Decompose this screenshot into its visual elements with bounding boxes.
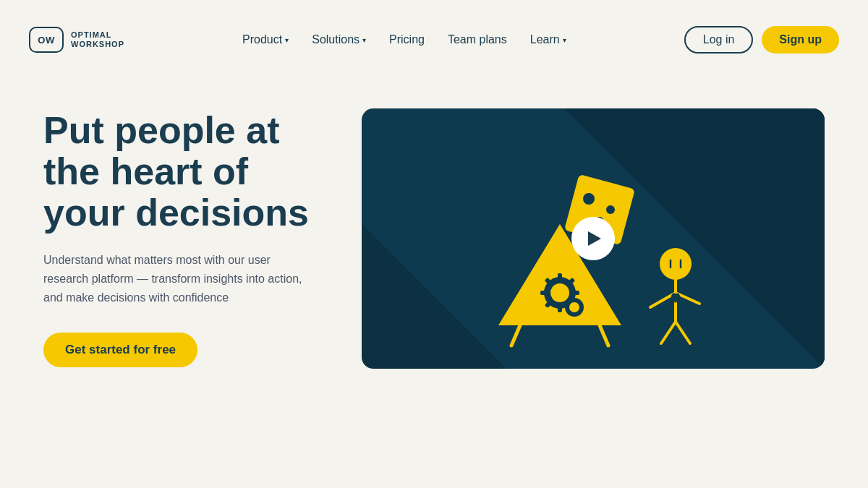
- video-panel[interactable]: [362, 108, 825, 369]
- logo-line1: OPTIMAL: [71, 30, 124, 40]
- logo-badge: OW: [29, 27, 64, 53]
- chevron-down-icon: ▾: [563, 36, 566, 44]
- nav-link-pricing[interactable]: Pricing: [389, 33, 425, 46]
- nav-link-team-plans[interactable]: Team plans: [448, 33, 507, 46]
- svg-line-26: [676, 322, 690, 343]
- play-icon: [588, 231, 601, 246]
- logo-text: OPTIMAL WORKSHOP: [71, 30, 124, 49]
- svg-point-12: [569, 302, 579, 312]
- chevron-down-icon: ▾: [285, 36, 289, 44]
- hero-section: Put people at the heart of your decision…: [0, 80, 868, 412]
- hero-subtitle: Understand what matters most with our us…: [43, 251, 318, 307]
- svg-line-25: [661, 322, 676, 343]
- signup-button[interactable]: Sign up: [762, 26, 839, 53]
- nav-links: Product ▾ Solutions ▾ Pricing Team plans…: [242, 33, 566, 46]
- nav-link-solutions[interactable]: Solutions ▾: [312, 33, 366, 46]
- nav-actions: Log in Sign up: [684, 26, 839, 53]
- svg-point-17: [606, 205, 615, 214]
- svg-rect-7: [558, 305, 562, 312]
- hero-right: [362, 108, 825, 369]
- svg-rect-5: [572, 291, 579, 295]
- svg-point-2: [550, 283, 569, 302]
- svg-rect-3: [558, 273, 562, 281]
- svg-point-16: [583, 193, 595, 205]
- svg-rect-9: [540, 291, 548, 295]
- logo-line2: WORKSHOP: [71, 40, 124, 49]
- chevron-down-icon: ▾: [362, 36, 366, 44]
- navbar: OW OPTIMAL WORKSHOP Product ▾ Solutions …: [0, 0, 868, 80]
- hero-left: Put people at the heart of your decision…: [43, 110, 318, 367]
- svg-line-13: [511, 325, 520, 346]
- hero-title: Put people at the heart of your decision…: [43, 110, 318, 234]
- nav-link-product[interactable]: Product ▾: [242, 33, 289, 46]
- nav-link-learn[interactable]: Learn ▾: [530, 33, 566, 46]
- svg-point-19: [660, 248, 692, 280]
- cta-button[interactable]: Get started for free: [43, 333, 197, 367]
- svg-line-14: [600, 325, 608, 346]
- play-button[interactable]: [571, 217, 615, 260]
- logo[interactable]: OW OPTIMAL WORKSHOP: [29, 27, 124, 53]
- login-button[interactable]: Log in: [684, 26, 754, 53]
